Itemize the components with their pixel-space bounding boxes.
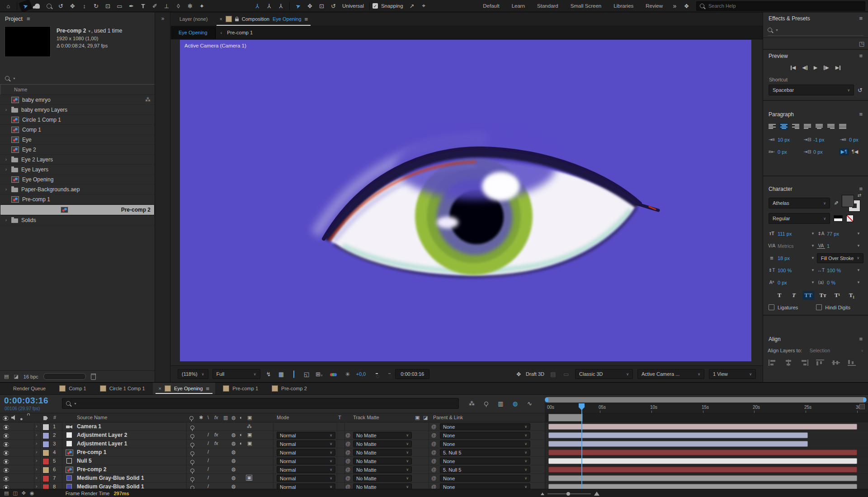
rectangle-tool-icon[interactable]: ▭: [114, 1, 125, 11]
parent-pickwhip-icon[interactable]: @: [431, 432, 436, 438]
dolly-camera-tool-icon[interactable]: ↕: [79, 1, 90, 11]
camera-region-tool-icon[interactable]: ⊡: [102, 1, 113, 11]
parent-pickwhip-icon[interactable]: @: [431, 450, 436, 455]
workspace-tab-review[interactable]: Review: [640, 3, 669, 9]
draft-3d-label[interactable]: Draft 3D: [526, 371, 544, 377]
project-search-input[interactable]: [19, 75, 150, 81]
adjustment-icon[interactable]: ◐: [240, 432, 243, 437]
transparency-grid-icon[interactable]: ▦: [277, 371, 286, 378]
search-scope-arrow-icon[interactable]: ▼: [13, 77, 16, 80]
matte-pickwhip-icon[interactable]: @: [345, 458, 350, 464]
timeline-search-field[interactable]: ▼: [62, 398, 459, 409]
motion-blur-icon[interactable]: ◍: [231, 449, 236, 455]
layer-row-pre-comp-2[interactable]: › 6 Pre-comp 2 / ◍ Normal∨ @ No Matte∨ @…: [0, 465, 868, 474]
timeline-tab-comp-1[interactable]: Comp 1: [53, 383, 92, 394]
parent-pickwhip-icon[interactable]: @: [431, 441, 436, 446]
black-white-swatch[interactable]: [834, 215, 843, 222]
puppet-pin-tool-icon[interactable]: ✦: [196, 1, 208, 11]
layer-duration-bar[interactable]: [548, 467, 857, 473]
gizmo-mode-label[interactable]: Universal: [340, 3, 367, 9]
interpret-footage-icon[interactable]: ▤: [4, 374, 9, 379]
zoom-tool-icon[interactable]: [43, 1, 55, 11]
t-column-header[interactable]: T: [338, 415, 341, 420]
first-line-indent-field[interactable]: 0 px: [849, 137, 859, 142]
align-bottom-edges-icon[interactable]: [848, 360, 856, 366]
project-item[interactable]: ›baby emryo Layers: [0, 105, 155, 115]
current-time-display[interactable]: 0:00:03:16: [4, 396, 48, 406]
font-family-select[interactable]: Athelas∨: [769, 198, 830, 208]
project-item[interactable]: Eye: [0, 135, 155, 145]
effects-fx-icon[interactable]: fx: [214, 432, 218, 437]
reset-preview-icon[interactable]: ↺: [858, 87, 863, 94]
justify-last-center-icon[interactable]: [815, 123, 824, 130]
workspace-tab-standard[interactable]: Standard: [531, 3, 564, 9]
snap-along-edges-icon[interactable]: ↗: [406, 1, 418, 11]
video-column-icon[interactable]: [3, 416, 9, 421]
project-item[interactable]: ›Solids: [0, 215, 155, 225]
track-matte-select[interactable]: No Matte∨: [353, 440, 412, 447]
renderer-select[interactable]: Classic 3D∨: [575, 369, 633, 379]
parent-pickwhip-icon[interactable]: @: [431, 458, 436, 464]
project-item[interactable]: baby emryo⁂: [0, 95, 155, 105]
twirl-icon[interactable]: ›: [36, 432, 37, 437]
shy-icon[interactable]: [190, 468, 194, 473]
twirl-icon[interactable]: ›: [36, 475, 37, 480]
justify-last-right-icon[interactable]: [826, 123, 835, 130]
twirl-icon[interactable]: ›: [36, 467, 37, 472]
no-fill-swatch[interactable]: [846, 215, 854, 222]
vertical-scale-field[interactable]: 100 %: [778, 268, 792, 273]
parent-pickwhip-icon[interactable]: @: [431, 467, 436, 472]
layer-duration-bar[interactable]: [548, 450, 857, 455]
layer-row-pre-comp-1[interactable]: › 4 Pre-comp 1 / ◍ Normal∨ @ No Matte∨ @…: [0, 448, 868, 457]
close-icon[interactable]: ×: [219, 16, 222, 22]
track-matte-select[interactable]: No Matte∨: [353, 449, 412, 456]
first-frame-button[interactable]: ◀: [791, 65, 796, 71]
more-workspaces-chevron-icon[interactable]: »: [669, 1, 680, 11]
work-area-strip[interactable]: [545, 413, 868, 422]
space-after-field[interactable]: 0 px: [813, 149, 823, 155]
align-top-edges-icon[interactable]: [816, 360, 824, 366]
motion-blur-icon[interactable]: ◍: [231, 440, 236, 446]
composition-mini-flowchart-icon[interactable]: ⁂: [466, 398, 478, 409]
indent-right-field[interactable]: 0 px: [778, 149, 787, 155]
preview-title[interactable]: Preview: [769, 53, 788, 59]
scale-gizmo-icon[interactable]: ⊡: [316, 1, 327, 11]
layer-name[interactable]: Pre-comp 2: [77, 466, 106, 473]
shy-icon[interactable]: [190, 459, 194, 465]
project-item[interactable]: Pre-comp 1: [0, 194, 155, 204]
twirl-icon[interactable]: ›: [4, 167, 8, 172]
orbit-camera-tool-icon[interactable]: ↺: [55, 1, 66, 11]
matte-toggle-icon[interactable]: ◪: [423, 415, 428, 421]
motion-blur-icon[interactable]: ◍: [231, 466, 236, 472]
visibility-eye-icon[interactable]: [3, 477, 9, 482]
visibility-eye-icon[interactable]: [3, 434, 9, 439]
blend-mode-select[interactable]: Normal∨: [277, 458, 335, 464]
swap-fill-stroke-icon[interactable]: ⇄: [858, 193, 861, 198]
parent-select[interactable]: None∨: [440, 475, 530, 482]
align-vertical-center-icon[interactable]: [832, 360, 840, 366]
zoom-slider-handle[interactable]: [566, 492, 570, 496]
indent-left-field[interactable]: 10 px: [778, 137, 790, 142]
all-caps-button[interactable]: TT: [802, 291, 815, 300]
matte-pickwhip-icon[interactable]: @: [345, 432, 350, 438]
align-right-edges-icon[interactable]: [800, 360, 808, 366]
label-column-icon[interactable]: [43, 416, 48, 421]
faux-bold-button[interactable]: T: [774, 291, 786, 300]
comp-marker-bin-icon[interactable]: [859, 404, 865, 409]
panel-menu-icon[interactable]: ≡: [859, 336, 863, 342]
tsume-field[interactable]: 0 %: [827, 280, 835, 285]
layer-row-medium-gray-blue-solid-1[interactable]: › 7 Medium Gray-Blue Solid 1 / ◍ ▣ Norma…: [0, 474, 868, 483]
position-gizmo-icon[interactable]: ✥: [304, 1, 316, 11]
tracking-field[interactable]: 1: [827, 243, 830, 249]
previous-frame-button[interactable]: ◀: [802, 65, 807, 71]
help-search-input[interactable]: [708, 3, 862, 9]
render-indicator-icon[interactable]: ◉: [30, 490, 34, 496]
quality-icon[interactable]: /: [208, 432, 209, 437]
twirl-icon[interactable]: ›: [36, 458, 37, 463]
rotation-tool-icon[interactable]: ↻: [90, 1, 102, 11]
layer-duration-bar[interactable]: [548, 441, 808, 447]
clone-stamp-tool-icon[interactable]: ⊥: [161, 1, 172, 11]
visibility-eye-icon[interactable]: [3, 425, 9, 431]
justify-last-left-icon[interactable]: [803, 123, 812, 130]
workspace-tab-small-screen[interactable]: Small Screen: [565, 3, 607, 9]
